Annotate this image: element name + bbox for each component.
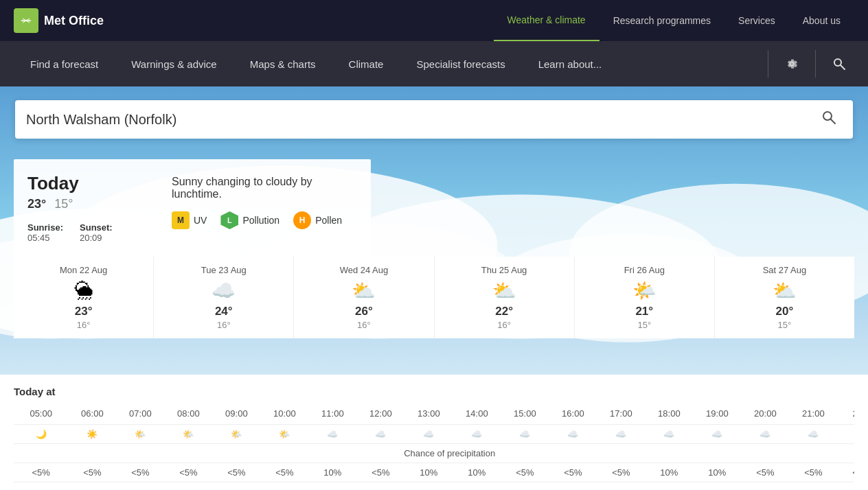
today-right-info: Sunny changing to cloudy by lunchtime. M… [172,173,357,229]
sunset-info: Sunset: 20:09 [80,222,113,243]
pollen-indicator[interactable]: H Pollen [293,211,342,229]
secondary-navigation: Find a forecast Warnings & advice Maps &… [0,41,868,86]
precip-15: <5% [501,463,549,482]
today-panel: Today 23° 15° Sunrise: 05:45 Sunset: 20:… [14,159,371,257]
search-icon [832,57,846,71]
today-description: Sunny changing to cloudy by lunchtime. [172,173,357,200]
hour-07: 07:00 [116,403,164,425]
nav-climate[interactable]: Climate [332,41,400,86]
search-button[interactable] [824,49,854,79]
forecast-day-0[interactable]: Mon 22 Aug 🌦 23° 16° [14,257,154,338]
forecast-day-3[interactable]: Thu 25 Aug ⛅ 22° 16° [435,257,575,338]
nav-learn[interactable]: Learn about... [522,41,619,86]
precip-14: 10% [453,463,501,482]
nav-warnings[interactable]: Warnings & advice [115,41,233,86]
hourly-table: 05:00 06:00 07:00 08:00 09:00 10:00 11:0… [14,403,854,490]
precip-18: 10% [645,463,693,482]
icon-14: ☁️ [453,425,501,444]
sunrise-label: Sunrise: [27,222,63,233]
logo[interactable]: Met Office [14,8,104,33]
today-low-temp: 15° [54,197,73,211]
top-nav-weather[interactable]: Weather & climate [494,0,599,41]
forecast-high-0: 23° [21,305,146,318]
icon-11: ☁️ [308,425,356,444]
weather-icons-row: 🌙 ☀️ 🌤️ 🌤️ 🌤️ 🌤️ ☁️ ☁️ ☁️ ☁️ ☁️ ☁️ ☁️ ☁ [14,425,854,444]
logo-text: Met Office [44,14,104,28]
nav-specialist[interactable]: Specialist forecasts [400,41,521,86]
temp-unit-row: Temperature °C °F [14,482,854,491]
icon-15: ☁️ [501,425,549,444]
forecast-date-1: Tue 23 Aug [161,265,286,275]
hourly-header-row: 05:00 06:00 07:00 08:00 09:00 10:00 11:0… [14,403,854,425]
hour-09: 09:00 [212,403,260,425]
gear-icon [785,57,799,71]
forecast-date-0: Mon 22 Aug [21,265,146,275]
forecast-strip: Mon 22 Aug 🌦 23° 16° Tue 23 Aug ☁️ 24° 1… [14,257,854,338]
forecast-low-2: 16° [301,320,426,330]
forecast-date-5: Sat 27 Aug [722,265,847,275]
icon-08: 🌤️ [164,425,212,444]
nav-divider [768,50,768,78]
today-temperatures: 23° 15° [27,197,151,211]
forecast-low-1: 16° [161,320,286,330]
today-at-label: Today at [14,375,854,403]
svg-line-13 [831,119,836,124]
hour-22: 22:0 [837,403,854,425]
precip-22: <5% [837,463,854,482]
secondary-nav-links: Find a forecast Warnings & advice Maps &… [14,41,765,86]
today-label: Today [27,173,151,194]
top-nav-research[interactable]: Research programmes [599,0,724,41]
hour-20: 20:00 [741,403,789,425]
forecast-low-5: 15° [722,320,847,330]
top-nav-about[interactable]: About us [789,0,854,41]
forecast-day-4[interactable]: Fri 26 Aug 🌤️ 21° 15° [575,257,715,338]
forecast-date-3: Thu 25 Aug [442,265,567,275]
top-nav-services[interactable]: Services [724,0,789,41]
forecast-day-1[interactable]: Tue 23 Aug ☁️ 24° 16° [154,257,294,338]
sunset-label: Sunset: [80,222,113,233]
logo-icon [14,8,38,33]
icon-18: ☁️ [645,425,693,444]
icon-16: ☁️ [549,425,597,444]
settings-button[interactable] [777,49,807,79]
precip-header-label: Chance of precipitation [14,444,854,463]
forecast-icon-3: ⛅ [442,279,567,302]
precip-08: <5% [164,463,212,482]
hour-12: 12:00 [356,403,404,425]
uv-indicator[interactable]: M UV [172,211,207,229]
pollution-indicator[interactable]: L Pollution [220,211,279,229]
nav-maps[interactable]: Maps & charts [233,41,332,86]
icon-06: ☀️ [68,425,116,444]
hour-17: 17:00 [597,403,645,425]
pollen-badge: H [293,211,311,229]
location-search-input[interactable] [26,112,816,128]
forecast-icon-1: ☁️ [161,279,286,302]
precip-19: 10% [693,463,741,482]
forecast-high-5: 20° [722,305,847,318]
forecast-day-2[interactable]: Wed 24 Aug ⛅ 26° 16° [294,257,434,338]
hour-13: 13:00 [404,403,453,425]
forecast-date-4: Fri 26 Aug [582,265,707,275]
forecast-low-3: 16° [442,320,567,330]
icon-12: ☁️ [356,425,404,444]
hourly-table-wrapper[interactable]: 05:00 06:00 07:00 08:00 09:00 10:00 11:0… [14,403,854,490]
forecast-day-5[interactable]: Sat 27 Aug ⛅ 20° 15° [715,257,854,338]
precip-label-row: Chance of precipitation [14,444,854,463]
top-nav-links: Weather & climate Research programmes Se… [494,0,854,41]
temp-unit-cell[interactable]: Temperature °C °F [14,482,68,491]
hour-18: 18:00 [645,403,693,425]
hour-08: 08:00 [164,403,212,425]
pollen-label: Pollen [315,215,342,226]
hour-16: 16:00 [549,403,597,425]
today-left-info: Today 23° 15° Sunrise: 05:45 Sunset: 20:… [27,173,151,243]
search-submit-button[interactable] [816,107,842,132]
precip-10: <5% [260,463,308,482]
precip-05: <5% [14,463,68,482]
forecast-high-2: 26° [301,305,426,318]
sunrise-info: Sunrise: 05:45 [27,222,63,243]
sunset-value: 20:09 [80,233,113,243]
hour-05: 05:00 [14,403,68,425]
forecast-high-1: 24° [161,305,286,318]
nav-find-forecast[interactable]: Find a forecast [14,41,115,86]
precip-20: <5% [741,463,789,482]
